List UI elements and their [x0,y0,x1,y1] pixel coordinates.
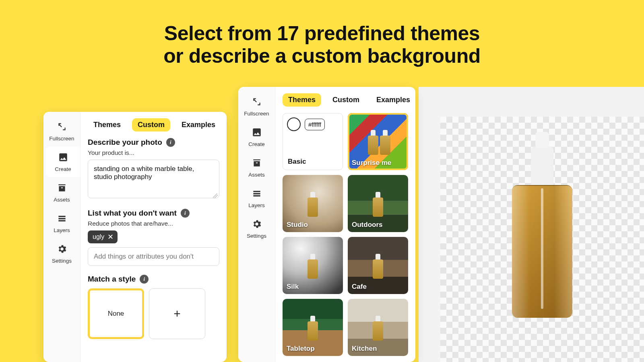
close-icon[interactable]: ✕ [107,233,114,241]
sidebar-label: Assets [248,172,265,178]
theme-card-basic[interactable]: #ffffff Basic [283,113,343,170]
theme-label: Basic [288,158,306,166]
exclude-chip[interactable]: ugly ✕ [88,230,118,243]
theme-card-silk[interactable]: Silk [283,237,343,294]
tab-themes[interactable]: Themes [88,118,126,132]
theme-card-surprise[interactable]: Surprise me [348,113,408,170]
gear-icon [57,244,67,255]
headline: Select from 17 predefined themes or desc… [0,0,644,67]
image-icon [58,152,68,164]
describe-textarea[interactable] [88,160,219,198]
theme-label: Silk [287,283,299,291]
theme-card-kitchen[interactable]: Kitchen [348,299,408,356]
theme-card-studio[interactable]: Studio [283,175,343,232]
custom-content: Themes Custom Examples Describe your pho… [80,112,227,362]
tabs: Themes Custom Examples [88,118,219,132]
fullscreen-icon [252,97,262,108]
product-bottle[interactable] [512,185,572,318]
sidebar-label: Layers [54,227,70,233]
exclude-input[interactable] [88,247,219,266]
info-icon[interactable]: i [181,209,190,218]
sidebar-item-settings[interactable]: Settings [43,238,80,269]
style-card-add[interactable]: + [149,288,205,339]
sidebar-label: Create [248,141,265,147]
sidebar-item-layers[interactable]: Layers [43,208,80,238]
sidebar: Fullscreen Create Assets Layers Settings [43,112,80,362]
chip-label: ugly [93,233,104,241]
sidebar-label: Settings [52,258,72,264]
archive-icon [57,183,67,194]
sidebar-label: Fullscreen [49,136,74,142]
preview-canvas[interactable] [440,117,644,362]
tab-examples[interactable]: Examples [176,118,221,132]
headline-line-2: or describe a custom background [163,45,480,67]
sidebar-label: Assets [54,197,70,203]
sidebar-item-fullscreen[interactable]: Fullscreen [43,116,80,146]
preview-area [419,87,644,362]
exclude-title: List what you don't want [88,209,177,218]
sidebar-label: Create [55,166,71,172]
panel-themes: Fullscreen Create Assets Layers Settings [238,87,415,362]
theme-label: Kitchen [352,345,377,353]
sidebar-label: Fullscreen [244,111,269,117]
sidebar-item-assets[interactable]: Assets [238,152,275,183]
tab-themes[interactable]: Themes [283,93,321,107]
sidebar-item-create[interactable]: Create [238,121,275,152]
tab-custom[interactable]: Custom [132,118,170,132]
layers-icon [57,213,67,225]
describe-title: Describe your photo [88,138,162,147]
themes-grid: #ffffff Basic Surprise me Studio Outdoor… [283,113,408,356]
describe-sublabel: Your product is... [88,149,219,156]
tabs: Themes Custom Examples [283,93,408,107]
theme-label: Surprise me [352,159,391,167]
theme-card-cafe[interactable]: Cafe [348,237,408,294]
plus-icon: + [173,307,181,321]
theme-card-tabletop[interactable]: Tabletop [283,299,343,356]
sidebar-item-assets[interactable]: Assets [43,177,80,208]
tab-custom[interactable]: Custom [327,93,365,107]
theme-label: Tabletop [287,345,315,353]
theme-label: Outdoors [352,221,383,229]
sidebar-item-layers[interactable]: Layers [238,183,275,213]
sidebar-label: Settings [247,233,266,239]
info-icon[interactable]: i [140,275,149,284]
sidebar-item-create[interactable]: Create [46,146,80,177]
sidebar-label: Layers [248,202,265,208]
sidebar-item-fullscreen[interactable]: Fullscreen [238,91,275,121]
tab-examples[interactable]: Examples [371,93,415,107]
style-none-label: None [108,310,124,318]
theme-card-outdoors[interactable]: Outdoors [348,175,408,232]
sidebar-item-settings[interactable]: Settings [238,213,275,244]
headline-line-1: Select from 17 predefined themes [164,22,480,45]
sidebar: Fullscreen Create Assets Layers Settings [238,87,275,362]
fullscreen-icon [57,121,67,133]
theme-label: Cafe [352,283,367,291]
style-title: Match a style [88,275,136,284]
theme-label: Studio [287,221,308,229]
archive-icon [252,158,262,169]
gear-icon [252,219,262,230]
color-swatch[interactable] [287,117,301,131]
exclude-sublabel: Reduce photos that are/have... [88,220,219,227]
image-icon [252,127,262,139]
layers-icon [252,188,262,200]
style-card-none[interactable]: None [88,288,144,339]
hex-input[interactable]: #ffffff [305,119,325,130]
info-icon[interactable]: i [166,138,175,147]
themes-content: Themes Custom Examples #ffffff Basic Sur… [275,87,415,362]
resize-handle-icon[interactable] [213,193,218,198]
panel-custom: Fullscreen Create Assets Layers Settings [43,112,227,362]
